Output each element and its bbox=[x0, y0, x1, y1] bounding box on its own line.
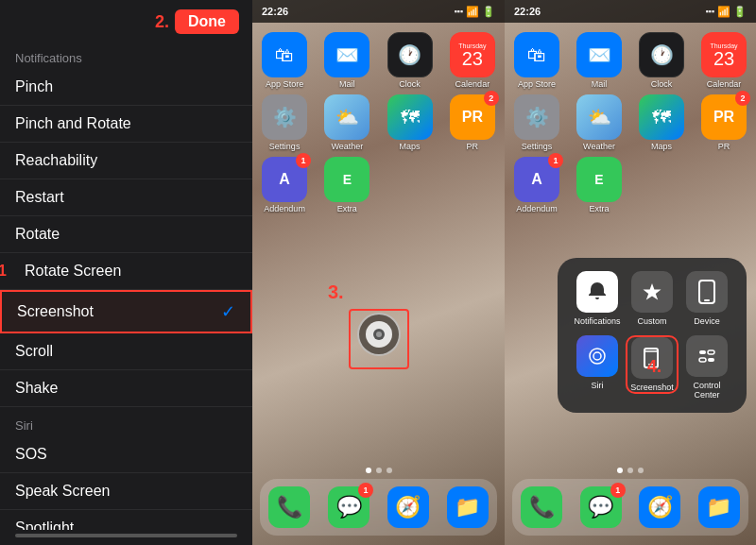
step-3-label: 3. bbox=[328, 281, 344, 303]
menu-item-shake[interactable]: Shake bbox=[0, 370, 252, 407]
app-icon-pr-r[interactable]: PR 2 PR bbox=[696, 94, 752, 151]
menu-item-restart[interactable]: Restart bbox=[0, 179, 252, 216]
dock-messages-r[interactable]: 💬 1 bbox=[580, 486, 622, 528]
app-icon-settings[interactable]: ⚙️ Settings bbox=[256, 94, 313, 151]
done-button[interactable]: Done bbox=[175, 9, 239, 34]
app-label: Addendum bbox=[516, 204, 558, 213]
menu-item-label: Restart bbox=[15, 189, 64, 206]
app-icon-settings-r[interactable]: ⚙️ Settings bbox=[508, 94, 565, 151]
app-icon-img: A 1 bbox=[514, 157, 559, 202]
app-label: Maps bbox=[651, 142, 672, 151]
siri-icon bbox=[576, 335, 618, 377]
app-label: Settings bbox=[269, 142, 301, 151]
signal-icon: ▪▪▪ bbox=[454, 7, 463, 16]
toggles-icon bbox=[696, 346, 717, 366]
menu-list: Notifications Pinch Pinch and Rotate Rea… bbox=[0, 40, 252, 530]
control-center-icon bbox=[686, 335, 728, 377]
signal-icon-right: ▪▪▪ bbox=[705, 7, 714, 16]
svg-point-5 bbox=[590, 349, 605, 364]
menu-item-pinch-rotate[interactable]: Pinch and Rotate bbox=[0, 106, 252, 143]
app-icon-mail[interactable]: ✉️ Mail bbox=[318, 32, 375, 89]
menu-item-scroll[interactable]: Scroll bbox=[0, 333, 252, 370]
app-icon-extra[interactable]: E Extra bbox=[318, 157, 375, 213]
dot-active bbox=[617, 468, 623, 473]
app-icon-weather[interactable]: ⛅ Weather bbox=[318, 94, 375, 151]
menu-item-label: Screenshot bbox=[17, 303, 94, 320]
dock-messages[interactable]: 💬 1 bbox=[328, 486, 369, 528]
battery-icon: 🔋 bbox=[482, 6, 495, 18]
left-header: 2. Done bbox=[0, 0, 252, 40]
at-item-custom[interactable]: Custom bbox=[626, 271, 679, 326]
app-icon-img: ⚙️ bbox=[262, 94, 307, 140]
svg-rect-13 bbox=[708, 358, 714, 362]
menu-item-rotate[interactable]: Rotate bbox=[0, 216, 252, 253]
app-icon-appstore[interactable]: 🛍 App Store bbox=[256, 32, 313, 89]
app-icon-img: 🛍 bbox=[514, 32, 559, 77]
app-icon-maps-r[interactable]: 🗺 Maps bbox=[633, 94, 690, 151]
time-mid: 22:26 bbox=[262, 6, 288, 17]
menu-item-reachability[interactable]: Reachability bbox=[0, 143, 252, 179]
status-bar-right: 22:26 ▪▪▪ 📶 🔋 bbox=[505, 0, 756, 23]
app-label: Clock bbox=[399, 79, 421, 89]
app-label: Mail bbox=[592, 79, 608, 89]
dock-phone-r[interactable]: 📞 bbox=[521, 486, 562, 528]
at-item-notifications[interactable]: Notifications bbox=[571, 271, 624, 326]
app-label: Addendum bbox=[264, 204, 305, 213]
dock-files[interactable]: 📁 bbox=[447, 486, 489, 528]
at-item-control-center[interactable]: Control Center bbox=[680, 335, 733, 400]
menu-item-label: Spotlight bbox=[15, 519, 74, 530]
app-icon-appstore-r[interactable]: 🛍 App Store bbox=[508, 32, 565, 89]
menu-item-spotlight[interactable]: Spotlight bbox=[0, 510, 252, 530]
app-icon-clock-r[interactable]: 🕐 Clock bbox=[633, 32, 690, 89]
menu-item-label: Shake bbox=[15, 380, 58, 397]
svg-point-6 bbox=[593, 352, 601, 360]
step-4-label: 4. bbox=[647, 357, 662, 377]
app-icon-img: 🕐 bbox=[639, 32, 684, 77]
dock-files-r[interactable]: 📁 bbox=[698, 486, 740, 528]
app-icon-img: PR 2 bbox=[450, 94, 495, 140]
app-label: Calendar bbox=[707, 79, 742, 89]
battery-icon-right: 🔋 bbox=[733, 6, 747, 18]
dock-safari-r[interactable]: 🧭 bbox=[639, 486, 680, 528]
menu-item-label: Reachability bbox=[15, 152, 97, 169]
dock-phone[interactable]: 📞 bbox=[268, 486, 310, 528]
app-label: Calendar bbox=[455, 79, 490, 89]
app-label: Extra bbox=[337, 204, 357, 213]
app-icon-img: Thursday 23 bbox=[450, 32, 495, 77]
menu-item-pinch[interactable]: Pinch bbox=[0, 69, 252, 106]
app-icon-calendar-r[interactable]: Thursday 23 Calendar bbox=[696, 32, 752, 89]
app-icon-extra-r[interactable]: E Extra bbox=[571, 157, 627, 213]
app-label: Extra bbox=[589, 204, 609, 213]
dock-safari[interactable]: 🧭 bbox=[387, 486, 429, 528]
app-icon-clock[interactable]: 🕐 Clock bbox=[382, 32, 438, 89]
right-phone-panel: 22:26 ▪▪▪ 📶 🔋 🛍 App Store ✉️ Mail 🕐 Cloc… bbox=[505, 0, 756, 545]
menu-item-label: Pinch bbox=[15, 78, 53, 95]
app-icon-img: A 1 bbox=[262, 157, 307, 202]
app-icon-pr[interactable]: PR 2 PR bbox=[444, 94, 501, 151]
app-icon-img: ⛅ bbox=[576, 94, 622, 140]
at-item-label: Control Center bbox=[680, 381, 733, 400]
app-icon-maps[interactable]: 🗺 Maps bbox=[382, 94, 438, 151]
at-item-device[interactable]: Device bbox=[680, 271, 733, 326]
messages-badge: 1 bbox=[358, 483, 373, 498]
at-item-label: Siri bbox=[592, 381, 604, 390]
app-icon-addendum[interactable]: A 1 Addendum bbox=[256, 157, 313, 213]
app-icon-mail-r[interactable]: ✉️ Mail bbox=[571, 32, 627, 89]
app-icon-addendum-r[interactable]: A 1 Addendum bbox=[508, 157, 565, 213]
menu-item-speak-screen[interactable]: Speak Screen bbox=[0, 473, 252, 510]
app-icon-img: 🗺 bbox=[387, 94, 433, 140]
app-badge: 2 bbox=[735, 91, 750, 106]
at-item-siri[interactable]: Siri bbox=[571, 335, 624, 390]
app-label: Weather bbox=[331, 142, 363, 151]
app-label: Maps bbox=[400, 142, 421, 151]
app-icon-img: ✉️ bbox=[324, 32, 369, 77]
menu-item-screenshot[interactable]: Screenshot ✓ bbox=[0, 290, 252, 333]
app-icon-weather-r[interactable]: ⛅ Weather bbox=[571, 94, 627, 151]
menu-item-sos[interactable]: SOS bbox=[0, 436, 252, 473]
app-icon-img: 🛍 bbox=[262, 32, 307, 77]
menu-item-rotate-screen[interactable]: 1 Rotate Screen bbox=[0, 253, 252, 290]
app-label: Clock bbox=[651, 79, 673, 89]
app-icon-calendar[interactable]: Thursday 23 Calendar bbox=[444, 32, 501, 89]
device-icon bbox=[686, 271, 728, 313]
notifications-icon bbox=[576, 271, 618, 313]
